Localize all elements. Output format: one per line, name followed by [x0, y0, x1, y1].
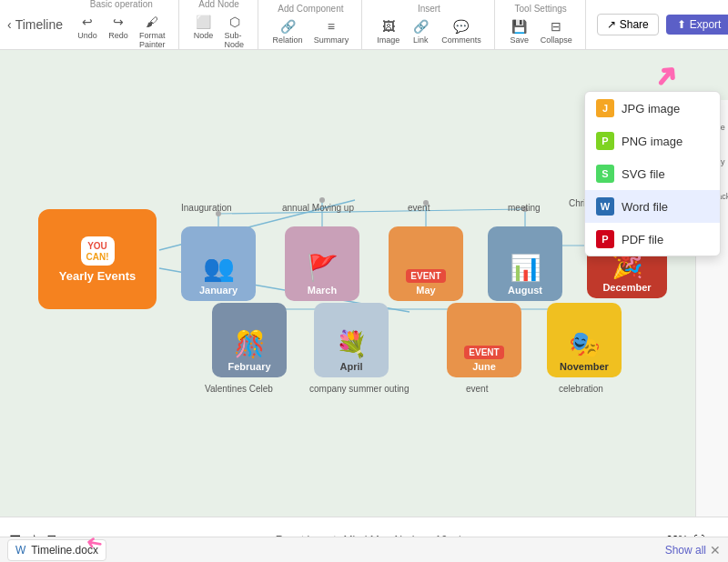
- add-node-label: Add Node: [198, 0, 238, 9]
- export-svg-option[interactable]: S SVG file: [585, 157, 720, 190]
- august-node[interactable]: 📊 August: [488, 226, 562, 301]
- insert-label: Insert: [418, 4, 440, 14]
- sub-node-button[interactable]: ⬡ Sub-Node: [221, 11, 248, 51]
- april-node[interactable]: 💐 April: [314, 303, 389, 377]
- add-component-section: Add Component 🔗 Relation ≡ Summary: [269, 0, 363, 49]
- november-emoji: 🎭: [569, 329, 601, 359]
- november-node[interactable]: 🎭 November: [547, 303, 622, 377]
- word-icon: W: [596, 197, 614, 216]
- add-component-buttons: 🔗 Relation ≡ Summary: [269, 15, 353, 46]
- back-arrow-icon: ‹: [7, 17, 12, 32]
- may-label: May: [416, 285, 435, 296]
- basic-operation-section: Basic operation ↩ Undo ↪ Redo 🖌 Format P…: [74, 0, 179, 49]
- image-icon: 🖼: [379, 17, 398, 35]
- april-event: company summer outing: [309, 384, 410, 394]
- undo-button[interactable]: ↩ Undo: [74, 11, 101, 51]
- save-button[interactable]: 💾 Save: [506, 15, 533, 46]
- central-node[interactable]: YOU CAN! Yearly Events: [38, 209, 157, 309]
- march-label: March: [308, 285, 337, 296]
- tool-settings-section: Tool Settings 💾 Save ⊟ Collapse: [506, 0, 586, 49]
- node-button[interactable]: ⬜ Node: [190, 11, 217, 51]
- add-node-buttons: ⬜ Node ⬡ Sub-Node: [190, 11, 248, 51]
- central-node-badge: YOU CAN!: [81, 236, 115, 266]
- redo-button[interactable]: ↪ Redo: [105, 11, 132, 51]
- march-emoji: 🚩: [307, 253, 339, 283]
- word-file-icon: W: [15, 544, 25, 557]
- comments-icon: 💬: [452, 17, 470, 35]
- format-painter-button[interactable]: 🖌 Format Painter: [136, 11, 169, 51]
- january-node[interactable]: 👥 January: [181, 226, 256, 301]
- share-button[interactable]: ↗ Share: [597, 14, 659, 35]
- december-label: December: [602, 282, 651, 293]
- close-file-bar-button[interactable]: ✕: [710, 543, 721, 557]
- back-button[interactable]: ‹ Timeline: [7, 17, 63, 32]
- november-event: celebration: [559, 384, 603, 394]
- january-event: Inauguration: [181, 203, 232, 213]
- summary-icon: ≡: [322, 17, 340, 35]
- redo-icon: ↪: [109, 13, 127, 31]
- link-button[interactable]: 🔗 Link: [407, 15, 434, 46]
- tool-settings-label: Tool Settings: [515, 4, 567, 14]
- pdf-icon: P: [596, 230, 614, 248]
- app-title: Timeline: [15, 17, 63, 32]
- export-pdf-option[interactable]: P PDF file: [585, 223, 720, 256]
- toolbar-right: ↗ Share ⬆ Export: [597, 14, 728, 35]
- save-icon: 💾: [511, 17, 529, 35]
- export-png-option[interactable]: P PNG image: [585, 125, 720, 157]
- insert-buttons: 🖼 Image 🔗 Link 💬 Comments: [373, 15, 485, 46]
- export-dropdown: J JPG image P PNG image S SVG file W Wor…: [584, 91, 721, 256]
- share-icon: ↗: [607, 18, 616, 31]
- august-label: August: [508, 285, 542, 296]
- march-node[interactable]: 🚩 March: [285, 226, 359, 301]
- tool-settings-buttons: 💾 Save ⊟ Collapse: [506, 15, 576, 46]
- png-icon: P: [596, 132, 614, 150]
- canvas-area: YOU CAN! Yearly Events 👥 January Inaugur…: [0, 50, 728, 517]
- file-tab-bar: W Timeline.docx ➜ Show all ✕: [0, 537, 728, 562]
- february-event: Valentines Celeb: [205, 384, 273, 394]
- june-node[interactable]: EVENT June: [447, 303, 521, 377]
- summary-button[interactable]: ≡ Summary: [310, 15, 353, 46]
- jpg-icon: J: [596, 99, 614, 117]
- insert-section: Insert 🖼 Image 🔗 Link 💬 Comments: [373, 0, 495, 49]
- relation-icon: 🔗: [278, 17, 297, 35]
- comments-button[interactable]: 💬 Comments: [438, 15, 485, 46]
- show-all-button[interactable]: Show all: [665, 544, 706, 557]
- basic-operation-buttons: ↩ Undo ↪ Redo 🖌 Format Painter: [74, 11, 169, 51]
- february-emoji: 🎊: [234, 329, 266, 359]
- january-label: January: [199, 285, 238, 296]
- collapse-button[interactable]: ⊟ Collapse: [537, 15, 576, 46]
- august-event: meeting: [508, 203, 541, 213]
- central-node-label: Yearly Events: [59, 269, 136, 283]
- image-button[interactable]: 🖼 Image: [373, 15, 403, 46]
- node-icon: ⬜: [195, 13, 213, 31]
- february-label: February: [228, 361, 270, 372]
- april-label: April: [339, 361, 362, 372]
- svg-icon: S: [596, 165, 614, 183]
- basic-operation-label: Basic operation: [90, 0, 153, 9]
- export-jpg-option[interactable]: J JPG image: [585, 92, 720, 125]
- may-event: event: [408, 203, 430, 213]
- january-emoji: 👥: [203, 253, 235, 283]
- svg-line-5: [218, 209, 525, 214]
- export-icon: ⬆: [677, 18, 686, 31]
- add-node-section: Add Node ⬜ Node ⬡ Sub-Node: [190, 0, 258, 49]
- may-node[interactable]: EVENT May: [389, 226, 463, 301]
- undo-icon: ↩: [78, 13, 96, 31]
- june-event: event: [466, 384, 488, 394]
- november-label: November: [560, 361, 609, 372]
- relation-button[interactable]: 🔗 Relation: [269, 15, 307, 46]
- collapse-icon: ⊟: [547, 17, 565, 35]
- august-emoji: 📊: [510, 253, 541, 283]
- add-component-label: Add Component: [278, 4, 343, 14]
- sub-node-icon: ⬡: [226, 13, 244, 31]
- link-icon: 🔗: [411, 17, 430, 35]
- april-emoji: 💐: [336, 329, 368, 359]
- february-node[interactable]: 🎊 February: [212, 303, 287, 377]
- toolbar: ‹ Timeline Basic operation ↩ Undo ↪ Redo…: [0, 0, 728, 50]
- june-label: June: [472, 361, 496, 372]
- format-painter-icon: 🖌: [143, 13, 161, 31]
- march-event: annual Moving up: [282, 203, 354, 213]
- export-button[interactable]: ⬆ Export: [666, 15, 728, 35]
- export-word-option[interactable]: W Word file: [585, 190, 720, 223]
